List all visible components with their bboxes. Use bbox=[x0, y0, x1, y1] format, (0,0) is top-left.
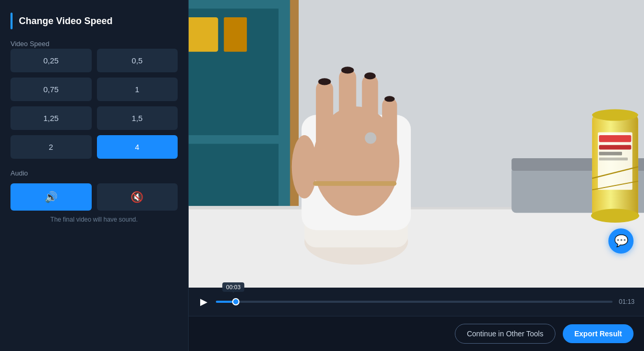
export-result-button[interactable]: Export Result bbox=[563, 324, 634, 343]
svg-rect-4 bbox=[189, 17, 218, 52]
bottom-bar: Continue in Other Tools Export Result bbox=[189, 316, 644, 351]
svg-rect-5 bbox=[224, 17, 247, 52]
svg-point-23 bbox=[318, 78, 331, 85]
audio-off-icon: 🔇 bbox=[130, 191, 144, 203]
audio-hint: The final video will have sound. bbox=[10, 216, 178, 223]
svg-point-37 bbox=[591, 209, 639, 223]
page-title: Change Video Speed bbox=[19, 16, 113, 27]
svg-rect-34 bbox=[599, 158, 628, 160]
svg-rect-31 bbox=[599, 135, 631, 142]
speed-button-1_5[interactable]: 1,5 bbox=[97, 106, 178, 130]
speed-button-4[interactable]: 4 bbox=[97, 135, 178, 159]
playback-bar: ▶ 00:03 01:13 bbox=[189, 288, 644, 316]
audio-on-button[interactable]: 🔊 bbox=[10, 183, 92, 211]
speed-section: Video Speed 0,250,50,7511,251,524 bbox=[10, 40, 178, 159]
svg-point-26 bbox=[385, 96, 395, 102]
chat-button[interactable]: 💬 bbox=[608, 228, 634, 254]
audio-off-button[interactable]: 🔇 bbox=[97, 183, 178, 211]
play-icon: ▶ bbox=[200, 296, 208, 308]
svg-point-24 bbox=[341, 67, 354, 73]
speed-grid: 0,250,50,7511,251,524 bbox=[10, 49, 178, 159]
sidebar-title-wrap: Change Video Speed bbox=[10, 13, 178, 29]
video-area: 💬 ▶ 00:03 01:13 Continue in Other Tools … bbox=[189, 0, 644, 351]
svg-rect-33 bbox=[599, 152, 622, 156]
svg-point-25 bbox=[364, 72, 376, 79]
svg-rect-21 bbox=[313, 181, 396, 186]
duration-label: 01:13 bbox=[619, 298, 635, 305]
timestamp-bubble: 00:03 bbox=[223, 282, 245, 292]
progress-thumb: 00:03 bbox=[232, 298, 239, 305]
svg-rect-16 bbox=[316, 81, 333, 150]
speed-button-2[interactable]: 2 bbox=[10, 135, 92, 159]
svg-rect-17 bbox=[339, 69, 356, 144]
audio-btn-row: 🔊 🔇 bbox=[10, 183, 178, 211]
speed-button-0_75[interactable]: 0,75 bbox=[10, 78, 92, 101]
svg-rect-32 bbox=[599, 145, 631, 150]
svg-rect-7 bbox=[189, 207, 644, 288]
video-wrapper: 💬 bbox=[189, 0, 644, 288]
continue-other-tools-button[interactable]: Continue in Other Tools bbox=[455, 324, 555, 344]
svg-point-29 bbox=[592, 109, 638, 121]
speed-button-0_25[interactable]: 0,25 bbox=[10, 49, 92, 72]
svg-point-22 bbox=[365, 133, 376, 144]
speed-button-1[interactable]: 1 bbox=[97, 78, 178, 101]
audio-section-label: Audio bbox=[10, 169, 178, 177]
svg-point-20 bbox=[292, 135, 317, 199]
play-button[interactable]: ▶ bbox=[198, 296, 210, 308]
speed-button-1_25[interactable]: 1,25 bbox=[10, 106, 92, 130]
speed-button-0_5[interactable]: 0,5 bbox=[97, 49, 178, 72]
video-scene bbox=[189, 0, 644, 288]
accent-bar bbox=[10, 13, 13, 29]
audio-on-icon: 🔊 bbox=[45, 191, 58, 203]
audio-section: Audio 🔊 🔇 The final video will have soun… bbox=[10, 169, 178, 223]
speed-section-label: Video Speed bbox=[10, 40, 178, 48]
chat-icon: 💬 bbox=[614, 234, 628, 248]
svg-rect-19 bbox=[382, 98, 397, 156]
progress-track[interactable]: 00:03 bbox=[216, 301, 613, 303]
sidebar: Change Video Speed Video Speed 0,250,50,… bbox=[0, 0, 189, 351]
